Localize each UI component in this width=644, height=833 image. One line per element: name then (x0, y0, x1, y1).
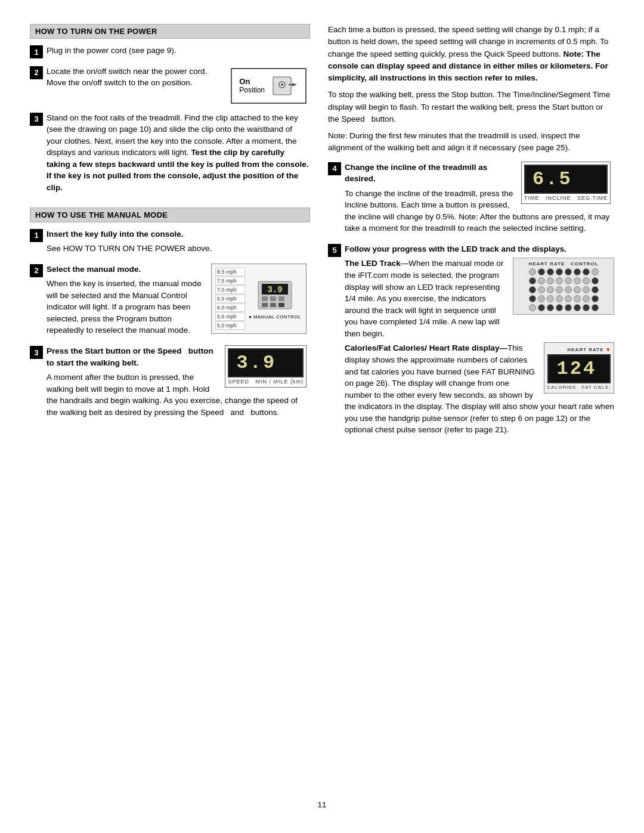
step-right-content-5: Follow your progress with the LED track … (345, 243, 614, 439)
calories-section: HEART RATE ♥ 124 CALORIES FAT CALS. Calo… (345, 342, 614, 439)
console-panel-svg: 3.9 (257, 280, 293, 310)
speed-display-figure: 3.9 SPEED MIN / MILE (km) (225, 345, 306, 388)
section-header-power: HOW TO TURN ON THE POWER (30, 24, 310, 39)
step-right-5: 5 Follow your progress with the LED trac… (328, 243, 614, 439)
step-power-2: 2 On Position (30, 66, 310, 106)
step-content-1: Plug in the power cord (see page 9). (47, 45, 310, 60)
section-header-manual: HOW TO USE THE MANUAL MODE (30, 208, 310, 222)
heart-rate-display-figure: HEART RATE ♥ 124 CALORIES FAT CALS. (544, 342, 614, 394)
svg-point-2 (281, 83, 283, 86)
right-column: Each time a button is pressed, the speed… (328, 24, 614, 788)
step-manual-number-3: 3 (30, 346, 43, 359)
step-number-1: 1 (30, 45, 43, 58)
on-position-icon (268, 74, 298, 98)
manual-control-figure: 8.5 mph 7.5 mph 7.0 mph 6.5 mph 6.0 mph … (211, 264, 306, 334)
led-row-2 (529, 277, 599, 284)
led-row-4 (529, 295, 599, 302)
page: HOW TO TURN ON THE POWER 1 Plug in the p… (0, 0, 644, 833)
svg-rect-11 (262, 303, 268, 307)
speed-list: 8.5 mph 7.5 mph 7.0 mph 6.5 mph 6.0 mph … (215, 268, 245, 330)
led-row-3 (529, 286, 599, 293)
heart-rate-sub-label: CALORIES FAT CALS. (547, 385, 611, 390)
heart-rate-value: 124 (547, 354, 611, 383)
step-power-1: 1 Plug in the power cord (see page 9). (30, 45, 310, 60)
led-grid (516, 268, 611, 311)
step-manual-content-2: 8.5 mph 7.5 mph 7.0 mph 6.5 mph 6.0 mph … (47, 264, 306, 339)
led-row-1 (529, 268, 599, 275)
step-manual-2: 2 8.5 mph 7.5 mph 7.0 mph 6.5 mph 6.0 mp… (30, 264, 310, 339)
step-right-number-5: 5 (328, 244, 341, 257)
incline-display-value: 6.5 (524, 165, 608, 194)
svg-rect-13 (278, 303, 284, 307)
step-right-content-4: 6.5 TIME INCLINE SEG.TIME Change the inc… (345, 162, 611, 237)
led-track-figure: HEART RATE CONTROL (513, 258, 614, 315)
on-position-figure: On Position (231, 68, 306, 104)
speed-display-label: SPEED MIN / MILE (km) (228, 379, 304, 385)
step-content-3: Stand on the foot rails of the treadmill… (47, 112, 310, 197)
incline-display-figure: 6.5 TIME INCLINE SEG.TIME (521, 162, 611, 204)
svg-rect-12 (270, 303, 276, 307)
right-intro: Each time a button is pressed, the speed… (328, 24, 614, 154)
step-manual-1: 1 Insert the key fully into the console.… (30, 228, 310, 258)
step-manual-number-2: 2 (30, 264, 43, 277)
svg-rect-10 (278, 296, 284, 301)
step-content-2: On Position Locate t (47, 66, 306, 106)
step-manual-3: 3 3.9 SPEED MIN / MILE (km) Press the St… (30, 345, 310, 421)
svg-marker-4 (292, 83, 297, 86)
speed-display-value: 3.9 (228, 348, 304, 377)
step-number-2: 2 (30, 66, 43, 79)
step-manual-content-3: 3.9 SPEED MIN / MILE (km) Press the Star… (47, 345, 306, 421)
led-track-section: HEART RATE CONTROL (345, 258, 614, 342)
page-number: 11 (30, 800, 614, 809)
step-manual-number-1: 1 (30, 229, 43, 242)
step-manual-content-1: Insert the key fully into the console. S… (47, 228, 310, 258)
heart-symbol-icon: ♥ (606, 346, 611, 353)
step-right-number-4: 4 (328, 162, 341, 175)
step-power-3: 3 Stand on the foot rails of the treadmi… (30, 112, 310, 197)
step-right-4: 4 6.5 TIME INCLINE SEG.TIME Change the i… (328, 162, 614, 237)
incline-display-label: TIME INCLINE SEG.TIME (524, 195, 608, 201)
svg-rect-9 (270, 296, 276, 301)
left-column: HOW TO TURN ON THE POWER 1 Plug in the p… (30, 24, 310, 788)
svg-text:3.9: 3.9 (267, 285, 282, 295)
led-row-5 (529, 304, 599, 311)
svg-rect-8 (262, 296, 268, 301)
step-number-3: 3 (30, 113, 43, 126)
